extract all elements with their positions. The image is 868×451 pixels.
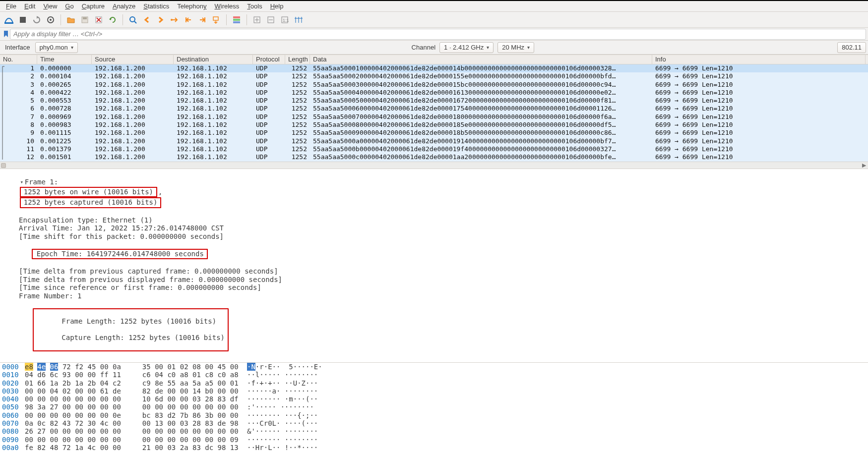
detail-frame-no[interactable]: Frame Number: 1 — [2, 292, 866, 300]
zoom-reset-icon[interactable]: 1:1 — [279, 14, 291, 26]
packet-row[interactable]: 90.001115192.168.1.200192.168.1.102UDP12… — [0, 129, 868, 137]
find-packet-icon[interactable] — [127, 14, 139, 26]
scrollbar-thumb-left[interactable] — [1, 163, 6, 168]
channel-combo[interactable]: 1 · 2.412 GHz▾ — [439, 42, 494, 53]
col-protocol[interactable]: Protocol — [253, 55, 285, 64]
detail-timeshift[interactable]: [Time shift for this packet: 0.000000000… — [2, 232, 866, 240]
go-prev-icon[interactable] — [141, 14, 153, 26]
hex-row[interactable]: 003000 00 04 02 00 00 61 de 82 de 00 00 … — [2, 387, 866, 395]
hex-row[interactable]: 0000e8 4e 06 72 f2 45 00 0a 35 00 01 02 … — [2, 363, 866, 371]
interface-combo[interactable]: phy0.mon▾ — [35, 42, 78, 53]
packet-row[interactable]: 120.001501192.168.1.200192.168.1.102UDP1… — [0, 153, 868, 161]
packet-row[interactable]: 40.000422192.168.1.200192.168.1.102UDP12… — [0, 89, 868, 97]
go-last-icon[interactable] — [196, 14, 208, 26]
highlight-onwire: 1252 bytes on wire (10016 bits) — [20, 187, 157, 197]
colorize-icon[interactable] — [231, 14, 243, 26]
col-length[interactable]: Length — [285, 55, 310, 64]
svg-rect-16 — [233, 19, 240, 21]
menu-help[interactable]: Help — [267, 2, 287, 10]
detail-epoch[interactable]: Epoch Time: 1641972446.014748000 seconds — [2, 240, 866, 267]
packet-row[interactable]: 60.000728192.168.1.200192.168.1.102UDP12… — [0, 105, 868, 113]
chevron-down-icon: ▾ — [487, 45, 489, 50]
svg-rect-5 — [83, 17, 87, 19]
hex-row[interactable]: 00a0fe 82 48 72 1a 4c 00 00 21 00 03 2a … — [2, 444, 866, 451]
scrollbar-arrow-right[interactable]: ▶ — [862, 162, 866, 169]
stop-capture-icon[interactable] — [17, 14, 29, 26]
svg-rect-1 — [20, 17, 26, 23]
packet-row[interactable]: 100.001225192.168.1.200192.168.1.102UDP1… — [0, 137, 868, 145]
interface-label: Interface — [5, 44, 30, 51]
packet-list[interactable]: 10.000000192.168.1.200192.168.1.102UDP12… — [0, 64, 868, 162]
packet-row[interactable]: 10.000000192.168.1.200192.168.1.102UDP12… — [0, 64, 868, 72]
menu-tools[interactable]: Tools — [244, 2, 265, 10]
menu-bar: File Edit View Go Capture Analyze Statis… — [0, 1, 868, 12]
detail-lengths[interactable]: Frame Length: 1252 bytes (10016 bits) Ca… — [2, 300, 866, 359]
filter-bookmark-icon[interactable] — [2, 29, 10, 39]
detail-frame-row[interactable]: ▾Frame 1: 1252 bytes on wire (10016 bits… — [2, 170, 866, 216]
packet-bytes-pane[interactable]: 0000e8 4e 06 72 f2 45 00 0a 35 00 01 02 … — [0, 362, 868, 451]
packet-row[interactable]: 30.000265192.168.1.200192.168.1.102UDP12… — [0, 81, 868, 89]
go-jump-icon[interactable] — [169, 14, 181, 26]
hex-row[interactable]: 004000 00 00 00 00 00 00 00 10 6d 00 00 … — [2, 395, 866, 403]
packet-row[interactable]: 70.000969192.168.1.200192.168.1.102UDP12… — [0, 113, 868, 121]
svg-rect-15 — [233, 16, 240, 18]
display-filter-input[interactable] — [10, 29, 866, 40]
menu-edit[interactable]: Edit — [21, 2, 38, 10]
hex-row[interactable]: 002001 66 1a 2b 1a 2b 04 c2 c9 8e 55 aa … — [2, 379, 866, 387]
resize-columns-icon[interactable] — [293, 14, 305, 26]
col-no[interactable]: No. — [0, 55, 37, 64]
detail-arrival[interactable]: Arrival Time: Jan 12, 2022 15:27:26.0147… — [2, 224, 866, 232]
wireless-std-combo[interactable]: 802.11 — [837, 42, 866, 53]
auto-scroll-icon[interactable] — [210, 14, 222, 26]
svg-rect-14 — [213, 17, 218, 20]
expand-triangle-icon[interactable]: ▾ — [19, 178, 25, 186]
detail-delta-cap[interactable]: [Time delta from previous captured frame… — [2, 267, 866, 275]
detail-delta-disp[interactable]: [Time delta from previous displayed fram… — [2, 276, 866, 283]
menu-file[interactable]: File — [3, 2, 19, 10]
bandwidth-combo[interactable]: 20 MHz▾ — [497, 42, 534, 53]
packet-details-pane[interactable]: ▾Frame 1: 1252 bytes on wire (10016 bits… — [0, 169, 868, 362]
hex-row[interactable]: 008026 27 00 00 00 00 00 00 00 00 00 00 … — [2, 427, 866, 435]
chevron-down-icon: ▾ — [527, 45, 530, 50]
zoom-out-icon[interactable] — [265, 14, 277, 26]
packet-row[interactable]: 20.000104192.168.1.200192.168.1.102UDP12… — [0, 72, 868, 80]
highlight-lengths: Frame Length: 1252 bytes (10016 bits) Ca… — [33, 308, 229, 351]
packet-list-header[interactable]: No. Time Source Destination Protocol Len… — [0, 55, 868, 64]
packet-row[interactable]: 80.000983192.168.1.200192.168.1.102UDP12… — [0, 121, 868, 129]
close-file-icon[interactable] — [93, 14, 105, 26]
packet-row[interactable]: 50.000553192.168.1.200192.168.1.102UDP12… — [0, 97, 868, 105]
col-source[interactable]: Source — [92, 55, 174, 64]
col-time[interactable]: Time — [37, 55, 92, 64]
hex-row[interactable]: 006000 00 00 00 00 00 00 0e bc 83 d2 7b … — [2, 411, 866, 419]
menu-wireless[interactable]: Wireless — [212, 2, 243, 10]
go-next-icon[interactable] — [155, 14, 167, 26]
zoom-in-icon[interactable] — [251, 14, 263, 26]
hex-row[interactable]: 009000 00 00 00 00 00 00 00 00 00 00 00 … — [2, 436, 866, 444]
hex-row[interactable]: 001004 d6 6c 93 00 00 ff 11 c6 04 c0 a8 … — [2, 371, 866, 379]
col-info[interactable]: Info — [652, 55, 866, 64]
menu-analyze[interactable]: Analyze — [110, 2, 138, 10]
open-file-icon[interactable] — [65, 14, 77, 26]
packet-row[interactable]: 110.001379192.168.1.200192.168.1.102UDP1… — [0, 145, 868, 153]
menu-go[interactable]: Go — [62, 2, 76, 10]
restart-capture-icon[interactable] — [31, 14, 43, 26]
hex-row[interactable]: 005098 3a 27 00 00 00 00 00 00 00 00 00 … — [2, 403, 866, 411]
go-first-icon[interactable] — [183, 14, 194, 26]
svg-point-11 — [171, 19, 173, 21]
menu-view[interactable]: View — [40, 2, 60, 10]
reload-icon[interactable] — [107, 14, 119, 26]
col-destination[interactable]: Destination — [174, 55, 253, 64]
svg-rect-0 — [4, 22, 13, 24]
hex-row[interactable]: 00700a 0c 82 43 72 30 4c 00 00 13 00 03 … — [2, 419, 866, 427]
horizontal-scrollbar[interactable]: ▶ — [0, 162, 868, 169]
detail-encap[interactable]: Encapsulation type: Ethernet (1) — [2, 216, 866, 224]
detail-since-ref[interactable]: [Time since reference or first frame: 0.… — [2, 283, 866, 291]
col-data[interactable]: Data — [310, 55, 652, 64]
menu-capture[interactable]: Capture — [79, 2, 108, 10]
wireless-toolbar: Interface phy0.mon▾ Channel 1 · 2.412 GH… — [0, 41, 868, 55]
channel-label: Channel — [412, 44, 435, 51]
menu-telephony[interactable]: Telephony — [174, 2, 209, 10]
save-file-icon[interactable] — [79, 14, 91, 26]
capture-options-icon[interactable] — [45, 14, 57, 26]
menu-statistics[interactable]: Statistics — [140, 2, 172, 10]
